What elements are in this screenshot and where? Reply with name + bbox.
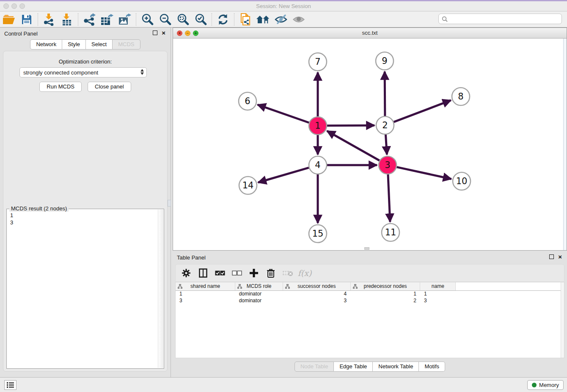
graph-node-6[interactable]: 6	[239, 92, 256, 110]
graph-edge-2-3[interactable]	[385, 135, 387, 155]
graph-node-4[interactable]: 4	[309, 156, 327, 174]
delete-column-icon[interactable]	[282, 268, 293, 279]
graph-node-15[interactable]: 15	[309, 225, 327, 243]
export-network-icon[interactable]	[81, 12, 98, 27]
control-panel-title: Control Panel	[4, 30, 38, 37]
table-settings-icon[interactable]	[181, 268, 192, 279]
search-input[interactable]	[450, 16, 561, 22]
graph-edge-4-14[interactable]	[258, 168, 309, 182]
tab-select[interactable]: Select	[86, 39, 113, 50]
graph-node-14[interactable]: 14	[239, 177, 257, 194]
graph-edge-3-10[interactable]	[396, 167, 451, 179]
table-row[interactable]: 1dominator411	[176, 290, 564, 297]
export-image-icon[interactable]	[116, 12, 133, 27]
graph-edge-1-2[interactable]	[327, 125, 374, 126]
add-row-icon[interactable]	[248, 268, 259, 279]
graph-edge-3-1[interactable]	[327, 131, 380, 160]
cell-shared-name[interactable]: 3	[176, 297, 235, 304]
column-header-successor-nodes[interactable]: successor nodes	[283, 282, 351, 290]
graph-node-9[interactable]: 9	[376, 52, 394, 70]
tab-mcds[interactable]: MCDS	[113, 39, 140, 50]
cell-shared-name[interactable]: 1	[176, 290, 235, 297]
cell-successor-nodes[interactable]: 3	[283, 297, 351, 304]
graph-edge-3-11[interactable]	[388, 174, 390, 222]
network-vertical-scrollbar[interactable]	[563, 39, 567, 250]
mcds-result-list[interactable]: 1 3	[8, 212, 156, 367]
graph-edge-2-9[interactable]	[385, 72, 385, 116]
zoom-in-icon[interactable]	[139, 12, 156, 27]
select-all-icon[interactable]	[215, 268, 226, 279]
graph-node-8[interactable]: 8	[452, 88, 470, 105]
panel-splitter-handle[interactable]	[168, 200, 171, 207]
column-header-predecessor-nodes[interactable]: predecessor nodes	[350, 282, 420, 290]
cell-MCDS-role[interactable]: dominator	[235, 290, 283, 297]
graph-node-7[interactable]: 7	[309, 53, 327, 71]
open-session-icon[interactable]	[0, 12, 17, 27]
float-table-panel-icon[interactable]	[549, 254, 554, 259]
tab-network[interactable]: Network	[30, 39, 62, 50]
network-window-titlebar[interactable]: × − + scc.txt	[173, 28, 567, 39]
delete-row-icon[interactable]	[265, 268, 276, 279]
table-row[interactable]: 3dominator323	[176, 297, 564, 304]
svg-text:7: 7	[315, 57, 320, 67]
table-tab-edge-table[interactable]: Edge Table	[334, 362, 373, 372]
function-builder-icon[interactable]: f(x)	[299, 268, 310, 279]
column-header-name[interactable]: name	[420, 282, 456, 290]
zoom-fit-icon[interactable]	[174, 12, 191, 27]
app-title: Session: New Session	[0, 3, 567, 9]
criterion-value: strongly connected component	[23, 69, 98, 76]
search-field[interactable]	[438, 14, 562, 24]
network-canvas[interactable]: 7968124314101511	[173, 39, 563, 250]
import-table-icon[interactable]	[58, 12, 75, 27]
close-table-panel-icon[interactable]: ×	[558, 254, 562, 259]
float-panel-icon[interactable]	[153, 30, 157, 35]
memory-button[interactable]: Memory	[527, 380, 564, 390]
refresh-layout-icon[interactable]	[215, 12, 231, 27]
graph-edge-1-6[interactable]	[258, 105, 309, 122]
hide-selected-icon[interactable]	[272, 12, 289, 27]
graph-node-10[interactable]: 10	[453, 172, 471, 190]
toolbar-separator	[78, 13, 78, 26]
svg-text:2: 2	[382, 120, 388, 130]
table-tab-network-table[interactable]: Network Table	[373, 362, 419, 372]
network-horizontal-scrollbar[interactable]	[364, 247, 369, 250]
column-header-MCDS-role[interactable]: MCDS role	[235, 282, 283, 290]
graph-node-1[interactable]: 1	[309, 117, 327, 135]
svg-text:15: 15	[312, 229, 324, 239]
graph-edge-2-8[interactable]	[394, 100, 451, 122]
mcds-result-title: MCDS result (2 nodes)	[9, 205, 69, 212]
criterion-dropdown[interactable]: strongly connected component	[19, 67, 147, 77]
show-all-icon[interactable]	[290, 12, 307, 27]
table-tabs: Node TableEdge TableNetwork TableMotifs	[295, 362, 445, 372]
column-editor-icon[interactable]	[198, 268, 209, 279]
clone-network-icon[interactable]	[237, 12, 254, 27]
export-table-icon[interactable]	[99, 12, 116, 27]
cell-predecessor-nodes[interactable]: 1	[350, 290, 420, 297]
save-session-icon[interactable]	[18, 12, 35, 27]
cell-name[interactable]: 1	[420, 290, 456, 297]
node-table: shared nameMCDS rolesuccessor nodesprede…	[175, 282, 564, 358]
import-network-icon[interactable]	[41, 12, 58, 27]
close-panel-button[interactable]: Close panel	[88, 82, 131, 92]
first-neighbors-icon[interactable]	[255, 12, 272, 27]
tab-style[interactable]: Style	[62, 39, 86, 50]
table-scrollbar[interactable]	[561, 282, 564, 358]
task-history-button[interactable]	[4, 380, 17, 390]
unselect-all-icon[interactable]	[231, 268, 242, 279]
cell-successor-nodes[interactable]: 4	[283, 290, 351, 297]
graph-node-11[interactable]: 11	[382, 224, 399, 241]
table-tab-node-table[interactable]: Node Table	[295, 362, 334, 372]
close-panel-icon[interactable]: ×	[162, 30, 165, 35]
zoom-out-icon[interactable]	[157, 12, 173, 27]
graph-node-2[interactable]: 2	[376, 116, 394, 134]
cell-predecessor-nodes[interactable]: 2	[350, 297, 420, 304]
column-header-shared-name[interactable]: shared name	[176, 282, 235, 290]
cell-name[interactable]: 3	[420, 297, 456, 304]
cell-MCDS-role[interactable]: dominator	[235, 297, 283, 304]
svg-text:6: 6	[245, 96, 250, 106]
result-scrollbar[interactable]	[158, 210, 163, 368]
run-mcds-button[interactable]: Run MCDS	[39, 82, 82, 92]
table-tab-motifs[interactable]: Motifs	[419, 362, 445, 372]
zoom-selected-icon[interactable]	[192, 12, 209, 27]
graph-node-3[interactable]: 3	[379, 156, 396, 174]
